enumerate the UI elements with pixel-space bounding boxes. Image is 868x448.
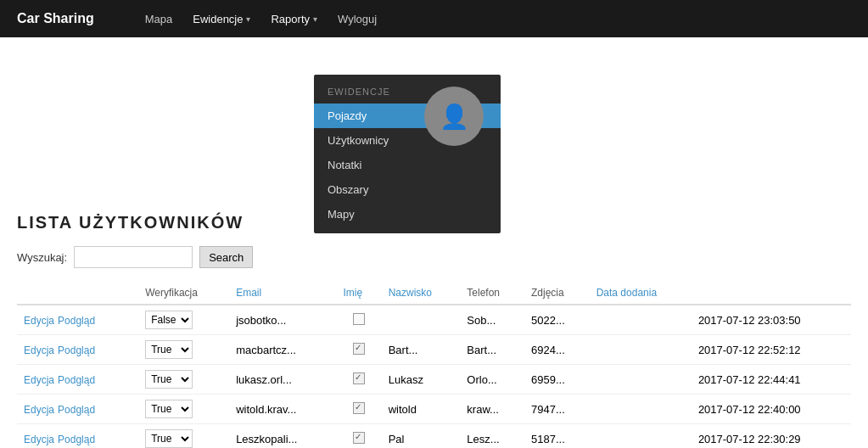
search-bar: Wyszukaj: Search: [17, 246, 851, 268]
checkbox-icon: [353, 343, 365, 355]
row-actions: EdycjaPodgląd: [17, 305, 138, 335]
raporty-arrow-icon: ▾: [313, 14, 317, 24]
checkbox-icon: [353, 313, 365, 325]
ewidencje-dropdown: EWIDENCJE Pojazdy Użytkownicy Notatki Ob…: [314, 75, 501, 233]
row-checkbox[interactable]: [337, 335, 382, 365]
nav-wyloguj[interactable]: Wyloguj: [338, 13, 377, 25]
table-row: EdycjaPodglądTrueFalseLeszkopali...PalLe…: [17, 424, 851, 449]
view-link[interactable]: Podgląd: [58, 315, 95, 327]
row-telefon: 5187...: [524, 424, 590, 449]
row-email: macbartcz...: [229, 335, 336, 365]
row-actions: EdycjaPodgląd: [17, 335, 138, 365]
row-imie: Lukasz: [382, 365, 461, 395]
search-input[interactable]: [74, 246, 193, 268]
row-zdjecia: [590, 305, 692, 335]
app-logo: Car Sharing: [17, 11, 94, 26]
row-nazwisko: Sob...: [460, 305, 524, 335]
row-nazwisko: kraw...: [460, 395, 524, 424]
verify-select[interactable]: TrueFalse: [145, 340, 193, 359]
checkbox-icon: [353, 372, 365, 384]
col-weryfikacja: Weryfikacja: [138, 282, 229, 305]
row-nazwisko: Lesz...: [460, 424, 524, 449]
row-nazwisko: Orlo...: [460, 365, 524, 395]
ewidencje-arrow-icon: ▾: [246, 14, 250, 24]
nav-links: Mapa Ewidencje ▾ Raporty ▾ Wyloguj: [145, 13, 377, 25]
edit-link[interactable]: Edycja: [24, 344, 54, 356]
row-checkbox[interactable]: [337, 395, 382, 424]
edit-link[interactable]: Edycja: [24, 404, 54, 416]
navbar: Car Sharing Mapa Ewidencje ▾ Raporty ▾ W…: [0, 0, 868, 37]
row-email: jsobotko...: [229, 305, 336, 335]
row-data: 2017-07-12 22:30:29: [692, 424, 851, 449]
search-label: Wyszukaj:: [17, 251, 67, 264]
row-actions: EdycjaPodgląd: [17, 365, 138, 395]
view-link[interactable]: Podgląd: [58, 374, 95, 386]
users-table: Weryfikacja Email Imię Nazwisko Telefon …: [17, 282, 851, 448]
verify-select[interactable]: TrueFalse: [145, 400, 193, 418]
row-data: 2017-07-12 23:03:50: [692, 305, 851, 335]
table-row: EdycjaPodglądTrueFalsejsobotko...Sob...5…: [17, 305, 851, 335]
verify-select[interactable]: TrueFalse: [145, 311, 193, 329]
row-verify: TrueFalse: [138, 424, 229, 449]
row-data: 2017-07-12 22:44:41: [692, 365, 851, 395]
table-row: EdycjaPodglądTrueFalsemacbartcz...Bart..…: [17, 335, 851, 365]
row-telefon: 6959...: [524, 365, 590, 395]
row-telefon: 7947...: [524, 395, 590, 424]
row-verify: TrueFalse: [138, 395, 229, 424]
row-verify: TrueFalse: [138, 305, 229, 335]
view-link[interactable]: Podgląd: [58, 404, 95, 416]
table-header-row: Weryfikacja Email Imię Nazwisko Telefon …: [17, 282, 851, 305]
row-checkbox[interactable]: [337, 305, 382, 335]
col-nazwisko: Nazwisko: [382, 282, 461, 305]
row-imie: [382, 305, 461, 335]
row-checkbox[interactable]: [337, 424, 382, 449]
view-link[interactable]: Podgląd: [58, 344, 95, 356]
row-imie: Bart...: [382, 335, 461, 365]
dropdown-item-mapy[interactable]: Mapy: [314, 202, 501, 227]
col-actions: [17, 282, 138, 305]
verify-select[interactable]: TrueFalse: [145, 429, 193, 448]
row-actions: EdycjaPodgląd: [17, 395, 138, 424]
row-zdjecia: [590, 395, 692, 424]
row-nazwisko: Bart...: [460, 335, 524, 365]
edit-link[interactable]: Edycja: [24, 434, 54, 445]
col-imie: Imię: [337, 282, 382, 305]
nav-mapa[interactable]: Mapa: [145, 13, 173, 25]
col-email: Email: [229, 282, 336, 305]
verify-select[interactable]: TrueFalse: [145, 370, 193, 389]
nav-raporty[interactable]: Raporty ▾: [271, 13, 317, 25]
checkbox-icon: [353, 432, 365, 444]
main-content: LISTA UŻYTKOWNIKÓW Wyszukaj: Search Wery…: [0, 196, 868, 448]
col-telefon: Telefon: [460, 282, 524, 305]
row-zdjecia: [590, 335, 692, 365]
col-data: Data dodania: [590, 282, 692, 305]
row-data: 2017-07-12 22:40:00: [692, 395, 851, 424]
search-button[interactable]: Search: [199, 246, 253, 268]
dropdown-item-notatki[interactable]: Notatki: [314, 153, 501, 177]
row-imie: Pal: [382, 424, 461, 449]
row-verify: TrueFalse: [138, 365, 229, 395]
row-email: witold.krav...: [229, 395, 336, 424]
row-actions: EdycjaPodgląd: [17, 424, 138, 449]
view-link[interactable]: Podgląd: [58, 434, 95, 445]
dropdown-item-obszary[interactable]: Obszary: [314, 177, 501, 202]
row-imie: witold: [382, 395, 461, 424]
row-telefon: 6924...: [524, 335, 590, 365]
table-row: EdycjaPodglądTrueFalsewitold.krav...wito…: [17, 395, 851, 424]
edit-link[interactable]: Edycja: [24, 374, 54, 386]
nav-ewidencje[interactable]: Ewidencje ▾: [193, 13, 250, 25]
checkbox-icon: [353, 402, 365, 414]
avatar: 👤: [424, 87, 484, 146]
table-row: EdycjaPodglądTrueFalselukasz.orl...Lukas…: [17, 365, 851, 395]
row-verify: TrueFalse: [138, 335, 229, 365]
avatar-placeholder-icon: 👤: [440, 103, 469, 131]
row-data: 2017-07-12 22:52:12: [692, 335, 851, 365]
row-email: Leszkopali...: [229, 424, 336, 449]
row-telefon: 5022...: [524, 305, 590, 335]
row-checkbox[interactable]: [337, 365, 382, 395]
row-zdjecia: [590, 424, 692, 449]
row-zdjecia: [590, 365, 692, 395]
col-zdjecia: Zdjęcia: [524, 282, 590, 305]
edit-link[interactable]: Edycja: [24, 315, 54, 327]
row-email: lukasz.orl...: [229, 365, 336, 395]
